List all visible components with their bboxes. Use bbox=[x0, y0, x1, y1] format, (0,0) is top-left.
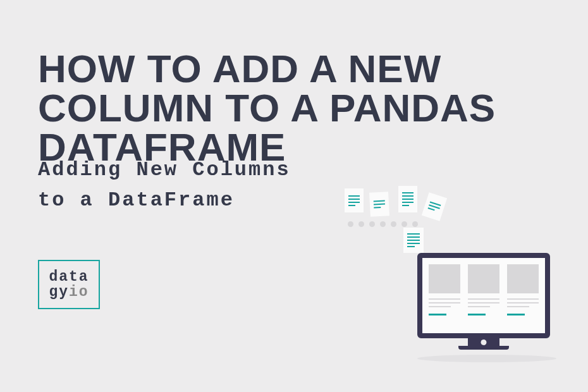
monitor-shadow bbox=[417, 355, 556, 362]
content-card bbox=[429, 264, 460, 327]
logo-line-1: data bbox=[49, 269, 89, 285]
document-icon bbox=[398, 186, 417, 212]
datagy-logo: data gyio bbox=[38, 260, 100, 309]
document-icon bbox=[369, 192, 389, 217]
logo-line-2: gyio bbox=[49, 285, 89, 300]
computer-illustration bbox=[348, 190, 550, 373]
monitor-frame bbox=[417, 253, 550, 338]
logo-text-gy: gy bbox=[49, 284, 69, 300]
monitor-stand bbox=[468, 338, 499, 346]
page-title: How to Add a New Column to a Pandas Data… bbox=[38, 49, 588, 167]
monitor-base bbox=[458, 346, 509, 350]
document-icon bbox=[345, 188, 364, 212]
logo-text-io: io bbox=[69, 284, 89, 300]
content-card bbox=[468, 264, 499, 327]
flying-documents bbox=[335, 183, 487, 259]
content-card bbox=[507, 264, 539, 327]
subtitle-line-2: to a DataFrame bbox=[38, 185, 291, 216]
document-icon bbox=[403, 228, 424, 253]
subtitle-line-1: Adding New Columns bbox=[38, 155, 291, 185]
page-subtitle: Adding New Columns to a DataFrame bbox=[38, 155, 291, 216]
monitor-icon bbox=[417, 253, 550, 362]
document-icon bbox=[422, 192, 447, 221]
monitor-content bbox=[429, 264, 539, 327]
